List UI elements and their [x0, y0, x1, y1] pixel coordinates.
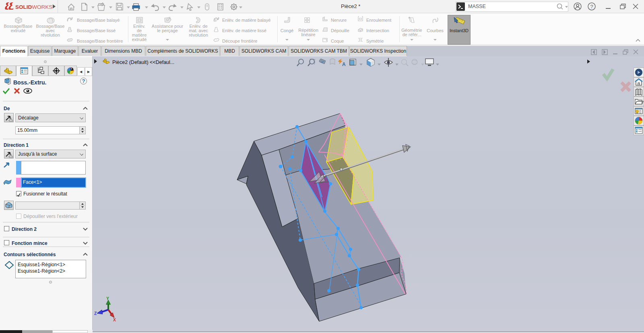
- svg-text:A: A: [342, 62, 346, 67]
- svg-text:SOLIDWORKS: SOLIDWORKS: [15, 4, 52, 10]
- svg-text:X: X: [113, 317, 116, 322]
- svg-text:Y: Y: [106, 296, 109, 301]
- svg-text:?: ?: [590, 4, 593, 10]
- svg-text:Pièce2 (Default) <<Defaul...: Pièce2 (Default) <<Defaul...: [112, 60, 174, 65]
- svg-text:Z: Z: [94, 311, 97, 316]
